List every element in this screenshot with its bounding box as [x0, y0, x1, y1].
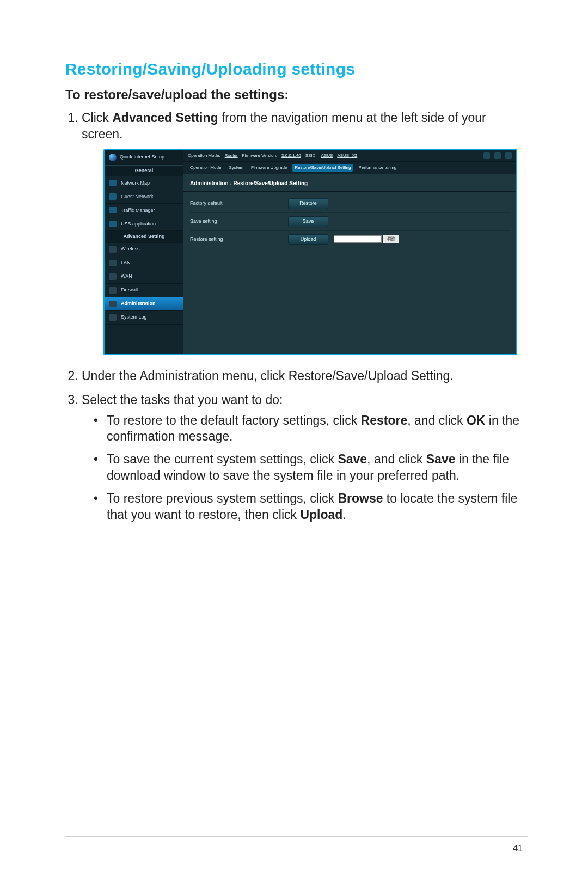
step-2: Under the Administration menu, click Res…: [82, 368, 528, 384]
tab-performance-tuning[interactable]: Performance tuning: [356, 164, 399, 172]
router-ui-screenshot: Quick Internet Setup General Network Map…: [103, 149, 517, 355]
section-heading: Restoring/Saving/Uploading settings: [65, 60, 528, 78]
sidebar-item-lan[interactable]: LAN: [105, 256, 183, 270]
logout-icon[interactable]: [494, 152, 501, 159]
row-restore-setting: Restore setting Upload 瀏覽: [190, 231, 510, 249]
op-mode-label: Operation Mode:: [188, 153, 220, 158]
file-input[interactable]: 瀏覽: [334, 235, 399, 243]
sidebar-section-advanced: Advanced Setting: [105, 231, 183, 243]
upload-button[interactable]: Upload: [288, 234, 328, 245]
bullet-save: To save the current system settings, cli…: [94, 451, 528, 484]
qis-label: Quick Internet Setup: [120, 154, 164, 161]
step-1-bold: Advanced Setting: [112, 111, 218, 125]
sidebar-item-system-log[interactable]: System Log: [105, 311, 183, 325]
sidebar-item-firewall[interactable]: Firewall: [105, 284, 183, 297]
wrench-icon: [109, 246, 117, 253]
refresh-icon[interactable]: [483, 152, 490, 159]
wrench-icon: [109, 314, 117, 321]
sidebar-label: WAN: [121, 273, 132, 280]
step-1-text-a: Click: [82, 111, 112, 125]
sidebar-item-traffic-manager[interactable]: Traffic Manager: [105, 204, 183, 217]
browse-button[interactable]: 瀏覽: [383, 235, 399, 243]
main-panel: Operation Mode: Router Firmware Version:…: [183, 150, 516, 354]
sidebar: Quick Internet Setup General Network Map…: [105, 150, 183, 354]
globe-icon: [109, 154, 117, 161]
row-save-setting: Save setting Save: [190, 213, 510, 231]
sidebar-item-guest-network[interactable]: Guest Network: [105, 190, 183, 204]
sidebar-label: Guest Network: [121, 194, 154, 200]
fw-label: Firmware Version:: [242, 153, 277, 158]
sidebar-label: Network Map: [121, 180, 150, 187]
ssid-value-2[interactable]: ASUS_5G: [337, 153, 357, 158]
footer-rule: [65, 836, 528, 837]
save-button[interactable]: Save: [288, 216, 328, 227]
language-icon[interactable]: [505, 152, 512, 159]
step-1: Click Advanced Setting from the navigati…: [82, 110, 528, 355]
ssid-value-1[interactable]: ASUS: [321, 153, 333, 158]
sidebar-item-usb-application[interactable]: USB application: [105, 217, 183, 231]
bullet-upload: To restore previous system settings, cli…: [94, 491, 528, 523]
page-number: 41: [513, 844, 523, 853]
admin-tabs: Operation Mode System Firmware Upgrade R…: [183, 162, 516, 174]
sidebar-label: Firewall: [121, 287, 138, 294]
wrench-icon: [109, 273, 117, 280]
restore-setting-label: Restore setting: [190, 236, 288, 243]
quick-internet-setup[interactable]: Quick Internet Setup: [105, 150, 183, 165]
panel-title: Administration - Restore/Save/Upload Set…: [183, 174, 516, 192]
ssid-label: SSID:: [305, 153, 317, 158]
op-mode-value[interactable]: Router: [225, 153, 238, 158]
tab-restore-save-upload[interactable]: Restore/Save/Upload Setting: [292, 164, 353, 172]
sidebar-item-network-map[interactable]: Network Map: [105, 176, 183, 190]
row-factory-default: Factory default Restore: [190, 195, 510, 213]
sidebar-label: Traffic Manager: [121, 207, 155, 214]
sidebar-label: Wireless: [121, 246, 140, 253]
sidebar-item-administration[interactable]: Administration: [105, 297, 183, 311]
fw-value[interactable]: 3.0.0.1.40: [281, 153, 301, 158]
section-subheading: To restore/save/upload the settings:: [65, 87, 528, 102]
usb-icon: [109, 221, 117, 227]
top-info-bar: Operation Mode: Router Firmware Version:…: [183, 150, 516, 162]
tab-system[interactable]: System: [226, 164, 246, 172]
map-icon: [109, 180, 117, 186]
sidebar-label: System Log: [121, 314, 147, 321]
restore-button[interactable]: Restore: [288, 198, 328, 209]
factory-default-label: Factory default: [190, 200, 288, 207]
tab-operation-mode[interactable]: Operation Mode: [188, 164, 223, 172]
wrench-icon: [109, 260, 117, 266]
sidebar-label: LAN: [121, 260, 131, 266]
sidebar-section-general: General: [105, 165, 183, 177]
wrench-icon: [109, 287, 117, 294]
bullet-restore: To restore to the default factory settin…: [94, 413, 528, 445]
file-path-box[interactable]: [334, 235, 382, 243]
wrench-icon: [109, 301, 117, 307]
sidebar-item-wan[interactable]: WAN: [105, 270, 183, 284]
traffic-icon: [109, 207, 117, 213]
save-setting-label: Save setting: [190, 218, 288, 225]
sidebar-label: Administration: [121, 301, 156, 307]
step-3: Select the tasks that you want to do: To…: [82, 392, 528, 523]
guest-icon: [109, 193, 117, 200]
step-3-text: Select the tasks that you want to do:: [82, 393, 283, 407]
tab-firmware-upgrade[interactable]: Firmware Upgrade: [249, 164, 289, 172]
sidebar-item-wireless[interactable]: Wireless: [105, 243, 183, 256]
sidebar-label: USB application: [121, 221, 156, 228]
